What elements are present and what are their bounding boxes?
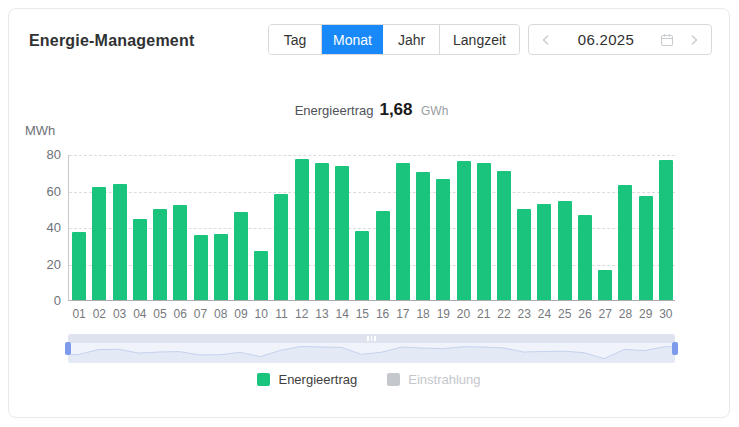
bar-day-05[interactable] bbox=[153, 209, 167, 300]
bar-day-02[interactable] bbox=[92, 187, 106, 300]
bar-day-14[interactable] bbox=[335, 166, 349, 300]
bar-day-15[interactable] bbox=[355, 231, 369, 300]
data-zoom-move-handle[interactable] bbox=[68, 334, 675, 343]
x-tick-label: 16 bbox=[372, 307, 394, 321]
grip-icon bbox=[367, 336, 369, 341]
chevron-right-icon[interactable] bbox=[686, 32, 702, 48]
bar-day-19[interactable] bbox=[436, 179, 450, 300]
x-tick-label: 09 bbox=[230, 307, 252, 321]
x-tick-label: 11 bbox=[270, 307, 292, 321]
bar-day-04[interactable] bbox=[133, 219, 147, 300]
date-value[interactable]: 06.2025 bbox=[554, 31, 658, 48]
x-tick-label: 02 bbox=[88, 307, 110, 321]
legend-swatch bbox=[387, 373, 400, 386]
x-tick-label: 03 bbox=[109, 307, 131, 321]
legend-label: Energieertrag bbox=[278, 372, 357, 387]
x-tick-label: 06 bbox=[169, 307, 191, 321]
bar-day-28[interactable] bbox=[618, 185, 632, 300]
chart-legend: EnergieertragEinstrahlung bbox=[9, 372, 729, 387]
bar-day-13[interactable] bbox=[315, 163, 329, 300]
legend-item-energieertrag[interactable]: Energieertrag bbox=[257, 372, 357, 387]
x-tick-label: 04 bbox=[129, 307, 151, 321]
x-tick-label: 20 bbox=[453, 307, 475, 321]
x-tick-label: 01 bbox=[68, 307, 90, 321]
x-tick-label: 10 bbox=[250, 307, 272, 321]
data-zoom-left-handle[interactable] bbox=[65, 342, 71, 355]
bar-day-25[interactable] bbox=[558, 201, 572, 300]
bar-day-27[interactable] bbox=[598, 270, 612, 300]
legend-label: Einstrahlung bbox=[408, 372, 480, 387]
calendar-icon[interactable] bbox=[658, 32, 676, 48]
data-zoom-right-handle[interactable] bbox=[672, 342, 678, 355]
period-tab-group: TagMonatJahrLangzeit bbox=[268, 24, 520, 55]
x-tick-label: 24 bbox=[533, 307, 555, 321]
y-tick-label: 80 bbox=[27, 147, 61, 162]
bar-chart-plot: 0204060800102030405060708091011121314151… bbox=[68, 155, 675, 301]
chart-kpi: Energieertrag1,68 GWh bbox=[68, 100, 675, 120]
x-tick-label: 25 bbox=[554, 307, 576, 321]
x-tick-label: 15 bbox=[351, 307, 373, 321]
data-zoom-slider[interactable] bbox=[68, 334, 675, 363]
bar-day-16[interactable] bbox=[376, 211, 390, 300]
legend-item-einstrahlung[interactable]: Einstrahlung bbox=[387, 372, 480, 387]
page-title: Energie-Management bbox=[29, 32, 194, 50]
x-tick-label: 28 bbox=[614, 307, 636, 321]
bar-day-22[interactable] bbox=[497, 171, 511, 300]
bar-day-11[interactable] bbox=[274, 194, 288, 300]
x-tick-label: 12 bbox=[291, 307, 313, 321]
kpi-value: 1,68 bbox=[379, 100, 412, 119]
x-tick-label: 19 bbox=[432, 307, 454, 321]
tab-langzeit[interactable]: Langzeit bbox=[439, 25, 519, 54]
tab-tag[interactable]: Tag bbox=[269, 25, 321, 54]
x-tick-label: 30 bbox=[655, 307, 677, 321]
y-tick-label: 20 bbox=[27, 257, 61, 272]
x-tick-label: 14 bbox=[331, 307, 353, 321]
x-tick-label: 27 bbox=[594, 307, 616, 321]
bar-day-18[interactable] bbox=[416, 172, 430, 300]
bar-day-09[interactable] bbox=[234, 212, 248, 300]
gridline-60 bbox=[69, 192, 675, 193]
bar-day-29[interactable] bbox=[639, 196, 653, 300]
x-tick-label: 29 bbox=[635, 307, 657, 321]
date-picker[interactable]: 06.2025 bbox=[528, 24, 712, 55]
data-zoom-track[interactable] bbox=[68, 343, 675, 363]
bar-day-10[interactable] bbox=[254, 251, 268, 300]
bar-day-23[interactable] bbox=[517, 209, 531, 300]
x-tick-label: 08 bbox=[210, 307, 232, 321]
bar-day-01[interactable] bbox=[72, 232, 86, 300]
legend-swatch bbox=[257, 373, 270, 386]
bar-day-30[interactable] bbox=[659, 160, 673, 300]
y-tick-label: 40 bbox=[27, 220, 61, 235]
kpi-unit: GWh bbox=[421, 104, 448, 118]
energy-management-page: Energie-Management TagMonatJahrLangzeit … bbox=[0, 0, 739, 427]
y-tick-label: 0 bbox=[27, 293, 61, 308]
bar-day-26[interactable] bbox=[578, 215, 592, 300]
bar-day-24[interactable] bbox=[537, 204, 551, 300]
bar-day-20[interactable] bbox=[457, 161, 471, 300]
bar-day-07[interactable] bbox=[194, 235, 208, 300]
x-tick-label: 23 bbox=[513, 307, 535, 321]
y-tick-label: 60 bbox=[27, 184, 61, 199]
gridline-80 bbox=[69, 155, 675, 156]
chevron-left-icon[interactable] bbox=[538, 32, 554, 48]
x-tick-label: 26 bbox=[574, 307, 596, 321]
energy-management-card: Energie-Management TagMonatJahrLangzeit … bbox=[8, 8, 730, 418]
bar-day-12[interactable] bbox=[295, 159, 309, 300]
bar-day-08[interactable] bbox=[214, 234, 228, 300]
x-tick-label: 17 bbox=[392, 307, 414, 321]
bar-day-03[interactable] bbox=[113, 184, 127, 300]
x-tick-label: 21 bbox=[473, 307, 495, 321]
bar-day-21[interactable] bbox=[477, 163, 491, 300]
y-axis-unit-label: MWh bbox=[25, 123, 55, 138]
bar-day-06[interactable] bbox=[173, 205, 187, 300]
tab-jahr[interactable]: Jahr bbox=[383, 25, 439, 54]
x-tick-label: 22 bbox=[493, 307, 515, 321]
x-tick-label: 18 bbox=[412, 307, 434, 321]
x-tick-label: 13 bbox=[311, 307, 333, 321]
kpi-label: Energieertrag bbox=[295, 103, 374, 118]
x-tick-label: 07 bbox=[190, 307, 212, 321]
tab-monat[interactable]: Monat bbox=[321, 25, 383, 54]
data-zoom-profile bbox=[68, 343, 675, 363]
bar-day-17[interactable] bbox=[396, 163, 410, 300]
x-tick-label: 05 bbox=[149, 307, 171, 321]
